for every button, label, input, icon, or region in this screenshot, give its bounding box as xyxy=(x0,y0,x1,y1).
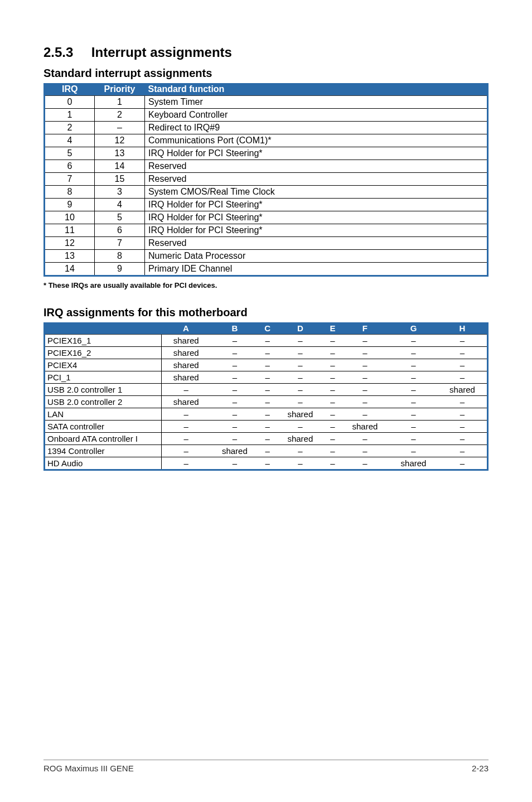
cell-b: – xyxy=(210,408,259,421)
table-row: 614Reserved xyxy=(45,160,488,173)
cell-function: Primary IDE Channel xyxy=(145,263,488,276)
col-f: F xyxy=(341,322,389,335)
cell-g: – xyxy=(389,371,438,384)
col-irq: IRQ xyxy=(45,83,95,96)
cell-irq: 1 xyxy=(45,109,95,122)
col-g: G xyxy=(389,322,438,335)
cell-priority: 4 xyxy=(95,199,145,211)
table-row: 116IRQ Holder for PCI Steering* xyxy=(45,224,488,237)
col-blank xyxy=(45,322,162,335)
cell-a: – xyxy=(162,421,211,433)
cell-function: Reserved xyxy=(145,160,488,173)
col-priority: Priority xyxy=(95,83,145,96)
cell-priority: 3 xyxy=(95,186,145,199)
cell-e: – xyxy=(325,457,341,470)
cell-e: – xyxy=(325,396,341,408)
cell-label: PCIEX16_1 xyxy=(45,335,162,347)
cell-h: – xyxy=(438,408,488,421)
cell-a: – xyxy=(162,445,211,457)
cell-c: – xyxy=(259,371,275,384)
cell-e: – xyxy=(325,445,341,457)
cell-irq: 8 xyxy=(45,186,95,199)
cell-h: – xyxy=(438,421,488,433)
cell-irq: 5 xyxy=(45,147,95,160)
cell-d: – xyxy=(276,384,325,396)
col-function: Standard function xyxy=(145,83,488,96)
cell-b: – xyxy=(210,421,259,433)
cell-f: – xyxy=(341,408,389,421)
cell-irq: 10 xyxy=(45,211,95,224)
cell-d: – xyxy=(276,445,325,457)
cell-irq: 7 xyxy=(45,173,95,186)
cell-f: – xyxy=(341,335,389,347)
table-row: HD Audio––––––shared– xyxy=(45,457,488,470)
cell-c: – xyxy=(259,347,275,359)
cell-f: – xyxy=(341,445,389,457)
cell-priority: 15 xyxy=(95,173,145,186)
cell-h: – xyxy=(438,433,488,445)
cell-d: shared xyxy=(276,408,325,421)
cell-priority: 8 xyxy=(95,250,145,263)
cell-h: – xyxy=(438,371,488,384)
cell-a: shared xyxy=(162,359,211,371)
cell-irq: 2 xyxy=(45,122,95,134)
table-row: PCI_1shared––––––– xyxy=(45,371,488,384)
cell-label: USB 2.0 controller 1 xyxy=(45,384,162,396)
table-row: 01System Timer xyxy=(45,96,488,109)
cell-g: – xyxy=(389,396,438,408)
subheading-irq-mb: IRQ assignments for this motherboard xyxy=(43,306,489,319)
cell-e: – xyxy=(325,421,341,433)
cell-function: Communications Port (COM1)* xyxy=(145,134,488,147)
cell-e: – xyxy=(325,433,341,445)
cell-d: shared xyxy=(276,433,325,445)
table-row: 138Numeric Data Processor xyxy=(45,250,488,263)
table-row: 83System CMOS/Real Time Clock xyxy=(45,186,488,199)
table-row: 105IRQ Holder for PCI Steering* xyxy=(45,211,488,224)
cell-c: – xyxy=(259,445,275,457)
cell-b: – xyxy=(210,396,259,408)
cell-f: – xyxy=(341,347,389,359)
cell-function: IRQ Holder for PCI Steering* xyxy=(145,147,488,160)
cell-d: – xyxy=(276,457,325,470)
footer-right: 2-23 xyxy=(472,764,489,773)
cell-d: – xyxy=(276,359,325,371)
cell-f: – xyxy=(341,433,389,445)
cell-function: Keyboard Controller xyxy=(145,109,488,122)
cell-function: IRQ Holder for PCI Steering* xyxy=(145,211,488,224)
cell-c: – xyxy=(259,384,275,396)
cell-irq: 11 xyxy=(45,224,95,237)
cell-priority: 5 xyxy=(95,211,145,224)
cell-irq: 0 xyxy=(45,96,95,109)
cell-b: – xyxy=(210,347,259,359)
col-b: B xyxy=(210,322,259,335)
cell-h: – xyxy=(438,347,488,359)
cell-b: – xyxy=(210,384,259,396)
col-a: A xyxy=(162,322,211,335)
cell-a: – xyxy=(162,457,211,470)
table-row: 513IRQ Holder for PCI Steering* xyxy=(45,147,488,160)
cell-e: – xyxy=(325,335,341,347)
cell-h: – xyxy=(438,445,488,457)
cell-label: PCIEX16_2 xyxy=(45,347,162,359)
col-c: C xyxy=(259,322,275,335)
cell-function: Numeric Data Processor xyxy=(145,250,488,263)
cell-a: shared xyxy=(162,371,211,384)
cell-g: – xyxy=(389,347,438,359)
cell-priority: – xyxy=(95,122,145,134)
cell-a: shared xyxy=(162,396,211,408)
col-h: H xyxy=(438,322,488,335)
cell-label: SATA controller xyxy=(45,421,162,433)
page-footer: ROG Maximus III GENE 2-23 xyxy=(43,760,489,773)
section-number: 2.5.3 xyxy=(43,45,73,60)
cell-g: – xyxy=(389,445,438,457)
cell-function: Redirect to IRQ#9 xyxy=(145,122,488,134)
cell-irq: 13 xyxy=(45,250,95,263)
cell-f: shared xyxy=(341,421,389,433)
cell-e: – xyxy=(325,384,341,396)
cell-function: System Timer xyxy=(145,96,488,109)
cell-label: Onboard ATA controller I xyxy=(45,433,162,445)
cell-label: 1394 Controller xyxy=(45,445,162,457)
cell-a: – xyxy=(162,408,211,421)
col-d: D xyxy=(276,322,325,335)
cell-b: – xyxy=(210,433,259,445)
